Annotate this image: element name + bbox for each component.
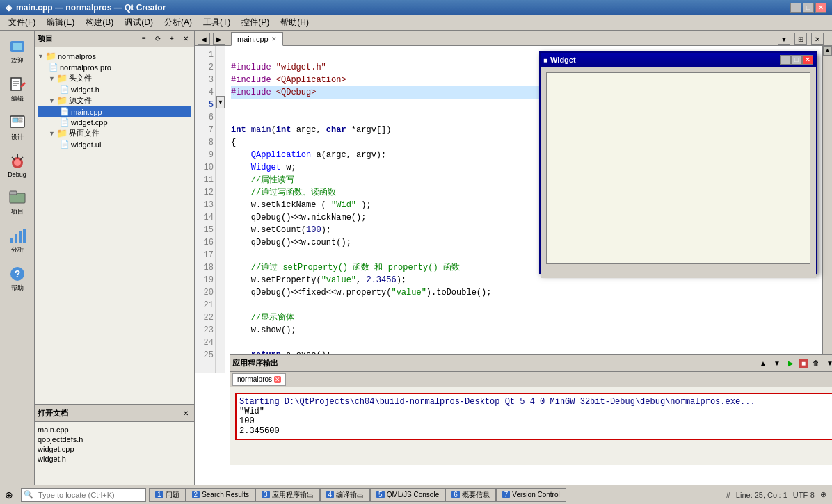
sidebar-edit[interactable]: 编辑 [2,72,33,107]
title-text: main.cpp — normalpros — Qt Creator [16,3,790,13]
widget-maximize-button[interactable]: □ [791,55,802,65]
tab-split-button[interactable]: ⊞ [794,33,807,45]
app-tab-normalpros[interactable]: normalpros ✕ [232,373,286,386]
tree-item-normalpros[interactable]: ▼ 📁 normalpros [38,50,191,62]
svg-rect-20 [19,231,22,243]
menu-edit[interactable]: 编辑(E) [41,15,80,30]
doc-label: qobjectdefs.h [38,435,83,444]
tree-item-widget-h[interactable]: 📄 widget.h [38,84,191,95]
status-tab-app-output[interactable]: 3 应用程序输出 [255,488,320,502]
tree-item-headers[interactable]: ▼ 📁 头文件 [38,72,191,84]
tree-label: 头文件 [69,73,92,83]
tree-item-widget-ui[interactable]: 📄 widget.ui [38,139,191,149]
status-tab-general-info[interactable]: 6 概要信息 [445,488,496,502]
open-docs-close-button[interactable]: ✕ [180,408,191,419]
minimize-button[interactable]: ─ [790,3,801,13]
svg-rect-9 [19,118,22,120]
sidebar-projects[interactable]: 项目 [2,184,33,220]
tree-item-ui-folder[interactable]: ▼ 📁 界面文件 [38,127,191,139]
widget-window: ■ Widget ─ □ ✕ [539,51,817,274]
widget-titlebar: ■ Widget ─ □ ✕ [541,53,816,67]
file-icon: 📄 [60,85,70,94]
menu-file[interactable]: 文件(F) [3,15,41,30]
status-tab-search-results[interactable]: 2 Search Results [186,488,255,502]
output-run-button[interactable]: ▶ [785,357,797,370]
svg-rect-8 [13,118,18,122]
app-tab-label: normalpros [237,375,272,383]
left-sidebar: 欢迎 编辑 [0,31,35,485]
tree-item-pro[interactable]: 📄 normalpros.pro [38,62,191,72]
widget-inner-area [546,72,810,264]
menu-tools[interactable]: 工具(T) [198,15,236,30]
maximize-button[interactable]: □ [803,3,814,13]
tree-arrow: ▼ [49,130,55,137]
folder-icon: 📁 [56,95,67,106]
sidebar-design[interactable]: 设计 [2,110,33,145]
status-tab-qml-console[interactable]: 5 QML/JS Console [370,488,445,502]
menu-debug[interactable]: 调试(D) [119,15,159,30]
status-tab-compile[interactable]: 4 编译输出 [320,488,371,502]
output-stop-button[interactable]: ■ [799,359,808,368]
app-tab-close-icon[interactable]: ✕ [274,376,281,383]
welcome-icon [8,37,27,56]
open-docs-toolbar: 打开文档 ✕ [35,405,194,422]
status-tab-issues[interactable]: 1 问题 [149,488,186,502]
svg-text:?: ? [14,268,20,279]
output-minimize-button[interactable]: ▼ [824,357,832,370]
right-scrollbar[interactable]: ▲ ▼ [822,46,832,373]
tree-item-widget-cpp[interactable]: 📄 widget.cpp [38,117,191,127]
tree-item-main-cpp[interactable]: 📄 main.cpp [38,106,191,117]
tab-label: 概要信息 [462,490,490,500]
tree-item-sources[interactable]: ▼ 📁 源文件 [38,95,191,106]
sidebar-debug[interactable]: Debug [2,148,33,181]
tree-label: normalpros [58,52,96,60]
tree-label: 源文件 [69,95,92,106]
output-tabs: normalpros ✕ [230,372,832,387]
ui-file-icon: 📄 [60,140,70,149]
widget-close-button[interactable]: ✕ [802,55,813,65]
doc-widget-cpp[interactable]: widget.cpp [38,444,191,454]
menu-widgets[interactable]: 控件(P) [236,15,275,30]
tab-close-button[interactable]: ✕ [271,35,277,42]
tab-label: 问题 [166,490,179,500]
fold-button[interactable]: ▼ [216,96,225,108]
filter-button[interactable]: ≡ [138,33,150,44]
collapse-button[interactable]: + [166,33,177,44]
titlebar: ◈ main.cpp — normalpros — Qt Creator ─ □… [0,0,832,15]
locate-box[interactable]: 🔍 [21,488,146,502]
sync-button[interactable]: ⟳ [152,33,163,44]
locate-input[interactable] [35,491,140,499]
tab-num: 6 [451,491,460,498]
doc-main-cpp[interactable]: main.cpp [38,425,191,434]
tree-label: main.cpp [71,108,102,116]
fold-gutter: ▼ [216,46,225,373]
sidebar-analyze[interactable]: 分析 [2,222,33,258]
widget-minimize-button[interactable]: ─ [780,55,791,65]
status-tab-version-control[interactable]: 7 Version Control [496,488,566,502]
menu-help[interactable]: 帮助(H) [275,15,314,30]
tab-close-all-button[interactable]: ✕ [811,33,824,45]
doc-widget-h[interactable]: widget.h [38,454,191,464]
status-icon: ⊕ [1,487,17,503]
projects-icon [8,188,27,207]
tab-num: 5 [376,491,385,498]
output-scroll-down-button[interactable]: ▼ [771,357,783,370]
scroll-up-button[interactable]: ▲ [823,46,832,56]
tab-forward-button[interactable]: ▶ [213,33,225,45]
output-box: Starting D:\QtProjects\ch04\build-normal… [235,393,832,440]
output-scroll-up-button[interactable]: ▲ [757,357,769,370]
tab-back-button[interactable]: ◀ [198,33,210,45]
tab-dropdown-button[interactable]: ▼ [778,33,790,45]
close-panel-button[interactable]: ✕ [180,33,191,44]
output-clear-button[interactable]: 🗑 [810,357,822,370]
analyze-label: 分析 [11,245,24,254]
window-controls: ─ □ ✕ [790,3,826,13]
design-label: 设计 [11,133,24,142]
menu-analyze[interactable]: 分析(A) [159,15,198,30]
close-button[interactable]: ✕ [815,3,826,13]
menu-build[interactable]: 构建(B) [80,15,119,30]
sidebar-help[interactable]: ? 帮助 [2,261,33,296]
doc-qobjectdefs[interactable]: qobjectdefs.h [38,434,191,444]
tab-main-cpp[interactable]: main.cpp ✕ [231,32,283,46]
sidebar-welcome[interactable]: 欢迎 [2,33,33,69]
